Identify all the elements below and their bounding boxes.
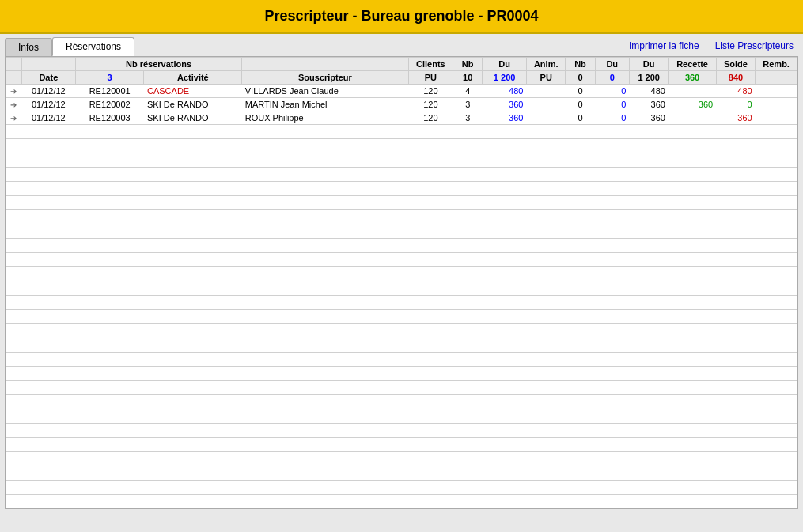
row-pu: 120	[408, 98, 453, 111]
col-recette-val: 360	[669, 71, 716, 85]
empty-row	[6, 324, 797, 338]
row-du: 360	[483, 111, 527, 125]
empty-row	[6, 395, 797, 409]
imprimer-link[interactable]: Imprimer la fiche	[629, 40, 699, 51]
row-solde: 480	[716, 85, 756, 98]
content-area: Nb réservations Clients Nb Du Anim. Nb D…	[5, 56, 798, 509]
empty-row	[6, 239, 797, 253]
row-souscripteur: ROUX Philippe	[242, 111, 408, 125]
col-clients-header: Clients	[408, 58, 453, 71]
col-pu2-header: PU	[526, 71, 566, 85]
row-arrow: ➔	[6, 85, 22, 98]
empty-row	[6, 310, 797, 324]
empty-row	[6, 353, 797, 367]
col-nb-total: 10	[453, 71, 483, 85]
col-recette-header: Recette	[669, 58, 716, 71]
col-du1-header: Du	[483, 58, 527, 71]
table-row[interactable]: ➔ 01/12/12 RE120002 SKI De RANDO MARTIN …	[6, 98, 797, 111]
empty-row	[6, 495, 797, 509]
col-remb-val	[756, 71, 797, 85]
empty-row	[6, 424, 797, 438]
col-du2-header: Du	[595, 58, 629, 71]
empty-row	[6, 481, 797, 495]
table-header-2: Date 3 Activité Souscripteur PU 10 1 200…	[6, 71, 797, 85]
col-souscripteur-header: Souscripteur	[242, 71, 408, 85]
row-ref: RE120001	[75, 85, 144, 98]
row-anim-nb	[526, 111, 566, 125]
empty-row	[6, 196, 797, 210]
empty-row	[6, 168, 797, 182]
row-recette	[669, 111, 716, 125]
tabs-row: Infos Réservations	[5, 37, 134, 56]
row-date: 01/12/12	[21, 98, 75, 111]
empty-row	[6, 466, 797, 481]
col-solde-header: Solde	[716, 58, 756, 71]
row-anim-du: 0	[595, 98, 629, 111]
col-nb1-header: Nb	[453, 58, 483, 71]
col-remb-header: Remb.	[756, 58, 797, 71]
row-du3: 480	[629, 85, 669, 98]
empty-row	[6, 224, 797, 239]
row-anim-nb2: 0	[566, 85, 595, 98]
col-nb-count: 3	[75, 71, 144, 85]
app-header: Prescripteur - Bureau grenoble - PR0004	[0, 0, 803, 34]
row-pu: 120	[408, 111, 453, 125]
row-arrow: ➔	[6, 111, 22, 125]
row-remb	[756, 85, 797, 98]
col-du3-header: Du	[629, 58, 669, 71]
empty-row	[6, 210, 797, 224]
tab-infos[interactable]: Infos	[5, 38, 52, 56]
row-date: 01/12/12	[21, 111, 75, 125]
empty-row	[6, 125, 797, 139]
row-anim-nb	[526, 85, 566, 98]
empty-row	[6, 381, 797, 395]
row-ref: RE120003	[75, 111, 144, 125]
header-title: Prescripteur - Bureau grenoble - PR0004	[264, 8, 538, 24]
row-date: 01/12/12	[21, 85, 75, 98]
row-anim-nb2: 0	[566, 111, 595, 125]
tab-reservations[interactable]: Réservations	[52, 37, 134, 56]
col-nb2-val: 0	[566, 71, 595, 85]
row-pu: 120	[408, 85, 453, 98]
main-container: Infos Réservations Imprimer la fiche Lis…	[0, 34, 803, 532]
col-du3-val: 1 200	[629, 71, 669, 85]
row-nb: 4	[453, 85, 483, 98]
empty-row	[6, 296, 797, 310]
empty-row	[6, 182, 797, 196]
row-remb	[756, 98, 797, 111]
row-activity: SKI De RANDO	[144, 111, 242, 125]
empty-row	[6, 409, 797, 424]
empty-row	[6, 139, 797, 153]
empty-row	[6, 281, 797, 296]
table-row[interactable]: ➔ 01/12/12 RE120001 CASCADE VILLARDS Jea…	[6, 85, 797, 98]
row-activity: SKI De RANDO	[144, 98, 242, 111]
col-date-header: Date	[21, 71, 75, 85]
col-arrow-header	[6, 58, 22, 71]
row-du3: 360	[629, 98, 669, 111]
row-recette: 360	[669, 98, 716, 111]
row-anim-nb	[526, 98, 566, 111]
liste-link[interactable]: Liste Prescripteurs	[715, 40, 794, 51]
row-remb	[756, 111, 797, 125]
col-nb-reservations-header: Nb réservations	[75, 58, 241, 71]
row-recette	[669, 85, 716, 98]
table-row[interactable]: ➔ 01/12/12 RE120003 SKI De RANDO ROUX Ph…	[6, 111, 797, 125]
col-arrow-header2	[6, 71, 22, 85]
row-anim-du: 0	[595, 85, 629, 98]
row-activity: CASCADE	[144, 85, 242, 98]
empty-row	[6, 153, 797, 168]
col-du2-val: 0	[595, 71, 629, 85]
table-body: ➔ 01/12/12 RE120001 CASCADE VILLARDS Jea…	[6, 85, 797, 510]
top-area: Infos Réservations Imprimer la fiche Lis…	[5, 37, 798, 56]
table-header-1: Nb réservations Clients Nb Du Anim. Nb D…	[6, 58, 797, 71]
row-solde: 0	[716, 98, 756, 111]
empty-row	[6, 338, 797, 353]
row-nb: 3	[453, 111, 483, 125]
row-solde: 360	[716, 111, 756, 125]
empty-row	[6, 509, 797, 510]
col-nb2-header: Nb	[566, 58, 595, 71]
empty-row	[6, 452, 797, 466]
col-activite-header: Activité	[144, 71, 242, 85]
row-du3: 360	[629, 111, 669, 125]
col-anim-header: Anim.	[526, 58, 566, 71]
